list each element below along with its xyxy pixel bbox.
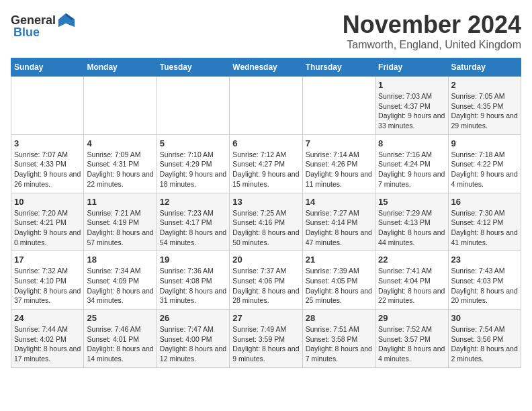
day-info: Sunrise: 7:21 AM Sunset: 4:19 PM Dayligh… [87,208,153,248]
day-info: Sunrise: 7:52 AM Sunset: 3:57 PM Dayligh… [378,324,445,364]
day-number: 20 [232,255,299,265]
day-info: Sunrise: 7:41 AM Sunset: 4:04 PM Dayligh… [378,266,445,306]
day-number: 27 [232,313,299,323]
logo: General Blue [11,11,76,40]
day-number: 10 [14,197,81,207]
day-number: 3 [14,138,81,148]
day-number: 21 [306,255,372,265]
day-info: Sunrise: 7:18 AM Sunset: 4:22 PM Dayligh… [451,150,518,189]
day-number: 12 [160,197,226,207]
day-number: 11 [87,197,153,207]
day-info: Sunrise: 7:43 AM Sunset: 4:03 PM Dayligh… [451,266,518,306]
day-number: 29 [378,313,445,323]
day-info: Sunrise: 7:30 AM Sunset: 4:12 PM Dayligh… [451,208,518,248]
day-info: Sunrise: 7:27 AM Sunset: 4:14 PM Dayligh… [306,208,372,248]
calendar-table: SundayMondayTuesdayWednesdayThursdayFrid… [11,58,521,368]
header: General Blue November 2024 Tamworth, Eng… [11,11,521,51]
day-number: 14 [306,197,372,207]
day-info: Sunrise: 7:37 AM Sunset: 4:06 PM Dayligh… [232,266,299,306]
day-info: Sunrise: 7:25 AM Sunset: 4:16 PM Dayligh… [232,208,299,248]
calendar-cell: 27Sunrise: 7:49 AM Sunset: 3:59 PM Dayli… [230,310,302,368]
calendar-cell: 28Sunrise: 7:51 AM Sunset: 3:58 PM Dayli… [302,310,375,368]
calendar-cell: 10Sunrise: 7:20 AM Sunset: 4:21 PM Dayli… [11,193,84,251]
calendar-cell: 16Sunrise: 7:30 AM Sunset: 4:12 PM Dayli… [448,193,521,251]
day-number: 25 [87,313,153,323]
day-info: Sunrise: 7:09 AM Sunset: 4:31 PM Dayligh… [87,150,153,189]
day-number: 22 [378,255,445,265]
day-info: Sunrise: 7:16 AM Sunset: 4:24 PM Dayligh… [378,150,445,189]
calendar-week-row: 17Sunrise: 7:32 AM Sunset: 4:10 PM Dayli… [11,251,521,310]
calendar-cell: 17Sunrise: 7:32 AM Sunset: 4:10 PM Dayli… [11,251,84,310]
calendar-cell: 8Sunrise: 7:16 AM Sunset: 4:24 PM Daylig… [375,134,448,193]
day-info: Sunrise: 7:12 AM Sunset: 4:27 PM Dayligh… [232,150,299,189]
calendar-cell: 1Sunrise: 7:03 AM Sunset: 4:37 PM Daylig… [375,77,448,135]
calendar-cell: 12Sunrise: 7:23 AM Sunset: 4:17 PM Dayli… [157,193,229,251]
calendar-cell: 13Sunrise: 7:25 AM Sunset: 4:16 PM Dayli… [230,193,302,251]
weekday-header-row: SundayMondayTuesdayWednesdayThursdayFrid… [11,58,521,77]
calendar-cell: 20Sunrise: 7:37 AM Sunset: 4:06 PM Dayli… [230,251,302,310]
weekday-header: Tuesday [157,58,229,77]
day-number: 9 [451,138,518,148]
weekday-header: Friday [375,58,448,77]
calendar-cell: 6Sunrise: 7:12 AM Sunset: 4:27 PM Daylig… [230,134,302,193]
weekday-header: Wednesday [230,58,302,77]
calendar-cell: 11Sunrise: 7:21 AM Sunset: 4:19 PM Dayli… [84,193,157,251]
calendar-cell: 14Sunrise: 7:27 AM Sunset: 4:14 PM Dayli… [302,193,375,251]
day-info: Sunrise: 7:23 AM Sunset: 4:17 PM Dayligh… [160,208,226,248]
calendar-cell: 19Sunrise: 7:36 AM Sunset: 4:08 PM Dayli… [157,251,229,310]
day-info: Sunrise: 7:39 AM Sunset: 4:05 PM Dayligh… [306,266,372,306]
weekday-header: Saturday [448,58,521,77]
day-number: 17 [14,255,81,265]
day-info: Sunrise: 7:44 AM Sunset: 4:02 PM Dayligh… [14,324,81,364]
day-info: Sunrise: 7:29 AM Sunset: 4:13 PM Dayligh… [378,208,445,248]
day-number: 23 [451,255,518,265]
calendar-cell: 24Sunrise: 7:44 AM Sunset: 4:02 PM Dayli… [11,310,84,368]
calendar-cell: 22Sunrise: 7:41 AM Sunset: 4:04 PM Dayli… [375,251,448,310]
day-number: 30 [451,313,518,323]
day-info: Sunrise: 7:10 AM Sunset: 4:29 PM Dayligh… [160,150,226,189]
calendar-cell: 4Sunrise: 7:09 AM Sunset: 4:31 PM Daylig… [84,134,157,193]
calendar-cell: 23Sunrise: 7:43 AM Sunset: 4:03 PM Dayli… [448,251,521,310]
day-info: Sunrise: 7:54 AM Sunset: 3:56 PM Dayligh… [451,324,518,364]
day-info: Sunrise: 7:32 AM Sunset: 4:10 PM Dayligh… [14,266,81,306]
day-info: Sunrise: 7:49 AM Sunset: 3:59 PM Dayligh… [232,324,299,364]
calendar-cell: 26Sunrise: 7:47 AM Sunset: 4:00 PM Dayli… [157,310,229,368]
calendar-cell: 21Sunrise: 7:39 AM Sunset: 4:05 PM Dayli… [302,251,375,310]
calendar-cell [302,77,375,135]
day-info: Sunrise: 7:36 AM Sunset: 4:08 PM Dayligh… [160,266,226,306]
calendar-week-row: 3Sunrise: 7:07 AM Sunset: 4:33 PM Daylig… [11,134,521,193]
day-number: 4 [87,138,153,148]
calendar-week-row: 1Sunrise: 7:03 AM Sunset: 4:37 PM Daylig… [11,77,521,135]
location-title: Tamworth, England, United Kingdom [343,39,521,51]
day-info: Sunrise: 7:46 AM Sunset: 4:01 PM Dayligh… [87,324,153,364]
calendar-week-row: 24Sunrise: 7:44 AM Sunset: 4:02 PM Dayli… [11,310,521,368]
day-info: Sunrise: 7:03 AM Sunset: 4:37 PM Dayligh… [378,91,445,131]
weekday-header: Monday [84,58,157,77]
day-number: 15 [378,197,445,207]
calendar-cell: 2Sunrise: 7:05 AM Sunset: 4:35 PM Daylig… [448,77,521,135]
calendar-cell: 7Sunrise: 7:14 AM Sunset: 4:26 PM Daylig… [302,134,375,193]
day-number: 28 [306,313,372,323]
title-area: November 2024 Tamworth, England, United … [343,11,521,51]
calendar-cell: 15Sunrise: 7:29 AM Sunset: 4:13 PM Dayli… [375,193,448,251]
day-info: Sunrise: 7:20 AM Sunset: 4:21 PM Dayligh… [14,208,81,248]
day-info: Sunrise: 7:05 AM Sunset: 4:35 PM Dayligh… [451,91,518,131]
weekday-header: Thursday [302,58,375,77]
day-number: 19 [160,255,226,265]
day-number: 8 [378,138,445,148]
calendar-cell [230,77,302,135]
day-info: Sunrise: 7:47 AM Sunset: 4:00 PM Dayligh… [160,324,226,364]
calendar-cell [11,77,84,135]
day-number: 26 [160,313,226,323]
day-number: 16 [451,197,518,207]
weekday-header: Sunday [11,58,84,77]
day-info: Sunrise: 7:14 AM Sunset: 4:26 PM Dayligh… [306,150,372,189]
calendar-cell [84,77,157,135]
day-number: 5 [160,138,226,148]
calendar-week-row: 10Sunrise: 7:20 AM Sunset: 4:21 PM Dayli… [11,193,521,251]
calendar-cell: 5Sunrise: 7:10 AM Sunset: 4:29 PM Daylig… [157,134,229,193]
calendar-cell: 18Sunrise: 7:34 AM Sunset: 4:09 PM Dayli… [84,251,157,310]
calendar-cell: 3Sunrise: 7:07 AM Sunset: 4:33 PM Daylig… [11,134,84,193]
day-number: 6 [232,138,299,148]
calendar-cell: 25Sunrise: 7:46 AM Sunset: 4:01 PM Dayli… [84,310,157,368]
